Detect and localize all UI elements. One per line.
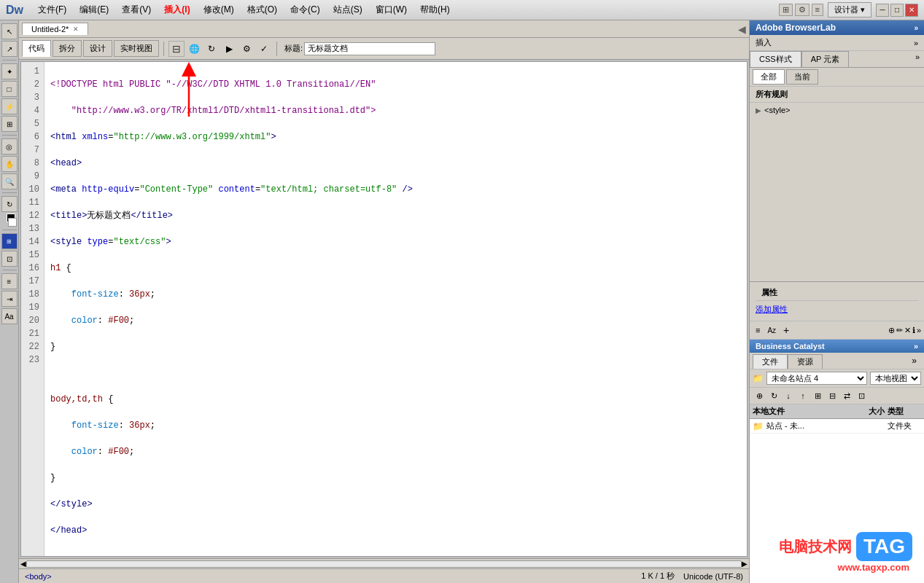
split-view-button[interactable]: 拆分	[53, 40, 82, 57]
tool-spry[interactable]: ⚡	[1, 98, 18, 114]
code-editor[interactable]: 1 2 3 4 5 6 7 8 9 10 11 12 13 14 15 16 1	[20, 61, 748, 557]
design-view-button[interactable]: 设计	[83, 40, 112, 57]
document-title-input[interactable]	[304, 42, 435, 55]
validate-icon[interactable]: ✓	[256, 41, 272, 57]
connect-icon[interactable]: ⊕	[753, 389, 766, 402]
tool-camera[interactable]: ⊞	[1, 116, 18, 132]
tool-component[interactable]: ⊡	[1, 251, 18, 267]
put-icon[interactable]: ↑	[796, 389, 810, 402]
code-view-button[interactable]: 代码	[22, 40, 51, 57]
delete-icon[interactable]: ✕	[904, 326, 911, 335]
site-select-dropdown[interactable]: 未命名站点 4	[766, 372, 867, 385]
file-type-value: 文件夹	[885, 420, 921, 431]
tool-code-view[interactable]: ⊞	[1, 233, 18, 249]
expand-panel-icon[interactable]: ⊡	[855, 389, 868, 402]
bc-expand-icon[interactable]: »	[914, 342, 918, 351]
minimize-button[interactable]: ─	[876, 4, 889, 17]
files-options-icon[interactable]: »	[907, 354, 921, 369]
file-list: 📁 站点 - 未... 文件夹	[750, 419, 924, 583]
edit-icon[interactable]: ✏	[896, 326, 903, 335]
toolbar-separator-1	[163, 42, 164, 56]
browserlab-expand-icon[interactable]: »	[914, 24, 918, 32]
all-styles-button[interactable]: 全部	[753, 69, 785, 85]
tool-refresh[interactable]: ↻	[1, 196, 18, 212]
get-icon[interactable]: ↓	[782, 389, 795, 402]
left-toolbar: ↖ ↗ ✦ □ ⚡ ⊞ ◎ ✋ 🔍 ↻ ⊞ ⊡ ≡ ⇥ Aa	[0, 20, 19, 583]
current-tag[interactable]: <body>	[25, 572, 52, 581]
tab-files[interactable]: 文件	[753, 354, 788, 369]
info-icon[interactable]: ℹ	[912, 326, 915, 335]
live-view-button[interactable]: 实时视图	[114, 40, 159, 57]
play-icon[interactable]: ▶	[221, 41, 237, 57]
tab-assets[interactable]: 资源	[788, 354, 823, 369]
synchronize-icon[interactable]: ⇄	[840, 389, 853, 402]
layout-icon[interactable]: ⊞	[779, 4, 793, 16]
panel-options-icon[interactable]: »	[911, 51, 924, 67]
preview-icon[interactable]: 🌐	[186, 41, 202, 57]
plus-icon[interactable]: +	[780, 323, 792, 337]
refresh-files-icon[interactable]: ↻	[767, 389, 780, 402]
settings-icon[interactable]: ⚙	[795, 4, 810, 16]
check-in-icon[interactable]: ⊟	[826, 389, 839, 402]
menu-window[interactable]: 窗口(W)	[370, 2, 413, 17]
tab-ap-elements[interactable]: AP 元素	[801, 51, 850, 67]
tab-close-icon[interactable]: ✕	[73, 26, 79, 33]
tool-eye[interactable]: ◎	[1, 138, 18, 154]
menu-view[interactable]: 查看(V)	[116, 2, 157, 17]
alpha-icon[interactable]: Az	[764, 325, 779, 336]
file-management-icon[interactable]: ⊟	[168, 41, 185, 57]
close-button[interactable]: ✕	[905, 4, 918, 17]
code-text-area[interactable]: <!DOCTYPE html PUBLIC "-//W3C//DTD XHTML…	[44, 62, 747, 556]
file-row-site[interactable]: 📁 站点 - 未... 文件夹	[750, 419, 924, 434]
menu-help[interactable]: 帮助(H)	[414, 2, 456, 17]
tab-css-styles[interactable]: CSS样式	[750, 51, 801, 67]
tool-draw-div[interactable]: □	[1, 81, 18, 97]
tool-separator-4	[2, 230, 17, 230]
folder-icon: 📁	[753, 373, 764, 383]
tool-insert[interactable]: ✦	[1, 63, 18, 79]
view-select-dropdown[interactable]: 本地视图	[870, 372, 921, 385]
maximize-button[interactable]: □	[890, 4, 904, 17]
sort-icon[interactable]: ≡	[753, 324, 763, 336]
refresh-icon[interactable]: ↻	[203, 41, 220, 57]
props-toolbar: ≡ Az + ⊕ ✏ ✕ ℹ »	[750, 321, 924, 340]
site-selector-row: 📁 未命名站点 4 本地视图	[750, 369, 924, 388]
rule-item-style[interactable]: ▶ <style>	[756, 106, 918, 114]
tool-zoom[interactable]: 🔍	[1, 173, 18, 189]
menu-edit[interactable]: 编辑(E)	[74, 2, 114, 17]
extend-icon[interactable]: ≡	[812, 4, 823, 16]
document-tab-untitled[interactable]: Untitled-2* ✕	[22, 23, 88, 35]
scroll-thumb[interactable]	[26, 560, 742, 568]
tool-indent[interactable]: ⇥	[1, 291, 18, 307]
design-mode-button[interactable]: 设计器 ▾	[828, 2, 871, 17]
tool-hand[interactable]: ✋	[1, 156, 18, 172]
properties-header: 属性	[756, 285, 918, 301]
current-style-button[interactable]: 当前	[786, 69, 818, 85]
menu-insert[interactable]: 插入(I)	[158, 2, 195, 17]
browserlab-title: Adobe BrowserLab	[756, 23, 836, 33]
insert-expand-icon[interactable]: »	[914, 39, 918, 47]
menu-format[interactable]: 格式(O)	[241, 2, 283, 17]
menu-command[interactable]: 命令(C)	[284, 2, 326, 17]
menu-file[interactable]: 文件(F)	[32, 2, 72, 17]
menu-modify[interactable]: 修改(M)	[198, 2, 240, 17]
panel-collapse-icon[interactable]: ◀	[738, 23, 746, 35]
tool-format[interactable]: Aa	[1, 308, 18, 324]
props-options-icon[interactable]: »	[917, 326, 921, 334]
tool-separator-1	[2, 60, 17, 60]
tool-color2[interactable]	[8, 218, 17, 227]
col-size: 大小	[855, 406, 885, 417]
check-out-icon[interactable]: ⊞	[811, 389, 824, 402]
menu-site[interactable]: 站点(S)	[327, 2, 368, 17]
tool-subselect[interactable]: ↗	[1, 41, 18, 57]
tool-expand[interactable]: ≡	[1, 273, 18, 289]
debug-icon[interactable]: ⚙	[238, 41, 255, 57]
tool-separator-2	[2, 135, 17, 136]
horizontal-scrollbar[interactable]: ◀ ▶	[19, 558, 749, 568]
add-attribute-button[interactable]: 添加属性	[756, 305, 788, 313]
tool-select[interactable]: ↖	[1, 23, 18, 39]
app-logo: Dw	[6, 4, 23, 17]
insert-label: 插入	[756, 37, 772, 48]
document-area: Untitled-2* ✕ ◀ 代码 拆分 设计 实时视图 ⊟ 🌐 ↻ ▶ ⚙ …	[19, 20, 749, 583]
link-icon[interactable]: ⊕	[888, 326, 895, 335]
